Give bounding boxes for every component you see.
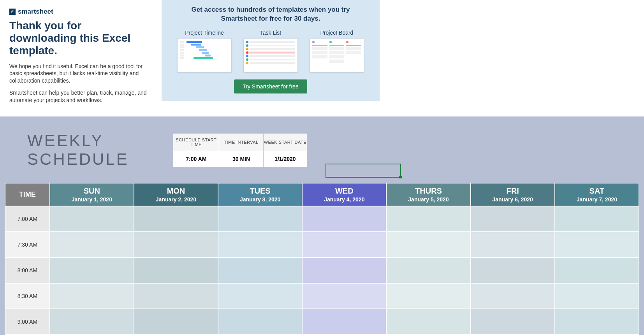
calendar-cell[interactable] [555, 309, 639, 335]
brand: smartsheet [9, 8, 150, 16]
calendar-cell[interactable] [471, 283, 555, 309]
settings-header: SCHEDULE START TIME [173, 133, 219, 151]
day-name: MON [134, 187, 218, 196]
smartsheet-icon [9, 9, 16, 15]
calendar-cell[interactable] [471, 309, 555, 335]
calendar-cell[interactable] [386, 232, 470, 257]
thumb-label: Project Board [310, 30, 364, 36]
promo-headline: Get access to hundreds of templates when… [177, 5, 364, 23]
calendar-cell[interactable] [555, 206, 639, 232]
board-thumb-image [310, 38, 364, 72]
day-header-fri: FRI January 6, 2020 [471, 183, 555, 206]
calendar-row: 7:30 AM [5, 232, 639, 257]
time-cell: 8:00 AM [5, 257, 50, 283]
calendar-cell[interactable] [471, 206, 555, 232]
day-date: January 1, 2020 [50, 196, 134, 203]
calendar-cell[interactable] [134, 232, 218, 257]
calendar-cell[interactable] [50, 283, 134, 309]
calendar-row: 9:00 AM [5, 309, 639, 335]
day-date: January 2, 2020 [134, 196, 218, 203]
calendar-cell[interactable] [386, 206, 470, 232]
time-cell: 8:30 AM [5, 283, 50, 309]
promo-title: Thank you for downloading this Excel tem… [9, 19, 150, 57]
timeline-thumb-image [177, 38, 232, 72]
calendar-cell[interactable] [302, 206, 386, 232]
calendar-cell[interactable] [50, 206, 134, 232]
brand-name: smartsheet [18, 8, 53, 16]
day-header-mon: MON January 2, 2020 [134, 183, 218, 206]
calendar-cell[interactable] [555, 232, 639, 257]
calendar-cell[interactable] [386, 257, 470, 283]
thumb-task-list[interactable]: Task List [243, 30, 298, 72]
settings-header: WEEK START DATE [263, 133, 307, 151]
thumb-project-board[interactable]: Project Board [310, 30, 364, 72]
day-name: TUES [218, 187, 302, 196]
calendar-cell[interactable] [134, 257, 218, 283]
schedule-top: WEEKLY SCHEDULE SCHEDULE START TIME TIME… [0, 131, 644, 169]
day-header-thurs: THURS January 5, 2020 [386, 183, 470, 206]
day-date: January 7, 2020 [555, 196, 639, 203]
day-name: SAT [555, 187, 639, 196]
template-thumbs: Project Timeline Task List [177, 30, 364, 72]
calendar-cell[interactable] [218, 232, 302, 257]
calendar-cell[interactable] [218, 257, 302, 283]
selection-fill-handle[interactable] [399, 176, 402, 178]
day-name: SUN [50, 187, 134, 196]
calendar-cell[interactable] [555, 283, 639, 309]
calendar-cell[interactable] [218, 283, 302, 309]
calendar-cell[interactable] [50, 257, 134, 283]
calendar-cell[interactable] [471, 257, 555, 283]
try-smartsheet-button[interactable]: Try Smartsheet for free [234, 79, 307, 93]
calendar-cell[interactable] [134, 283, 218, 309]
time-cell: 7:00 AM [5, 206, 50, 232]
calendar-cell[interactable] [471, 232, 555, 257]
thumb-label: Task List [243, 30, 298, 36]
settings-wrap: SCHEDULE START TIME TIME INTERVAL WEEK S… [173, 133, 461, 167]
schedule-title: WEEKLY SCHEDULE [27, 131, 165, 169]
settings-header: TIME INTERVAL [219, 133, 264, 151]
calendar-row: 8:00 AM [5, 257, 639, 283]
promo-body-1: We hope you find it useful. Excel can be… [9, 63, 150, 85]
promo-left: smartsheet Thank you for downloading thi… [0, 0, 150, 116]
day-name: THURS [387, 187, 470, 196]
time-cell: 7:30 AM [5, 232, 50, 257]
calendar-cell[interactable] [302, 232, 386, 257]
day-header-wed: WED January 4, 2020 [302, 183, 386, 206]
day-date: January 6, 2020 [471, 196, 554, 203]
thumb-project-timeline[interactable]: Project Timeline [177, 30, 232, 72]
tasklist-thumb-image [243, 38, 298, 72]
settings-value-week-start[interactable]: 1/1/2020 [263, 151, 307, 167]
calendar-cell[interactable] [218, 206, 302, 232]
time-column-header: TIME [5, 183, 50, 206]
active-cell-selection [326, 164, 401, 178]
settings-value-interval[interactable]: 30 MIN [219, 151, 264, 167]
day-date: January 4, 2020 [303, 196, 386, 203]
calendar-cell[interactable] [386, 283, 470, 309]
time-cell: 9:00 AM [5, 309, 50, 335]
day-date: January 3, 2020 [218, 196, 302, 203]
calendar-cell[interactable] [134, 206, 218, 232]
settings-table: SCHEDULE START TIME TIME INTERVAL WEEK S… [173, 133, 307, 167]
day-name: FRI [471, 187, 554, 196]
day-name: WED [303, 187, 386, 196]
day-header-sat: SAT January 7, 2020 [555, 183, 639, 206]
calendar-cell[interactable] [302, 283, 386, 309]
promo-right: Get access to hundreds of templates when… [162, 0, 380, 101]
calendar-cell[interactable] [386, 309, 470, 335]
calendar-grid: TIME SUN January 1, 2020 MON January 2, … [5, 183, 639, 335]
calendar-cell[interactable] [555, 257, 639, 283]
settings-value-start-time[interactable]: 7:00 AM [173, 151, 219, 167]
calendar-cell[interactable] [218, 309, 302, 335]
promo-body-2: Smartsheet can help you better plan, tra… [9, 89, 150, 104]
calendar-cell[interactable] [134, 309, 218, 335]
calendar-cell[interactable] [302, 309, 386, 335]
thumb-label: Project Timeline [177, 30, 232, 36]
calendar-cell[interactable] [302, 257, 386, 283]
calendar-row: 8:30 AM [5, 283, 639, 309]
day-date: January 5, 2020 [387, 196, 470, 203]
calendar-row: 7:00 AM [5, 206, 639, 232]
day-header-sun: SUN January 1, 2020 [50, 183, 134, 206]
calendar-cell[interactable] [50, 232, 134, 257]
day-header-tues: TUES January 3, 2020 [218, 183, 302, 206]
calendar-cell[interactable] [50, 309, 134, 335]
